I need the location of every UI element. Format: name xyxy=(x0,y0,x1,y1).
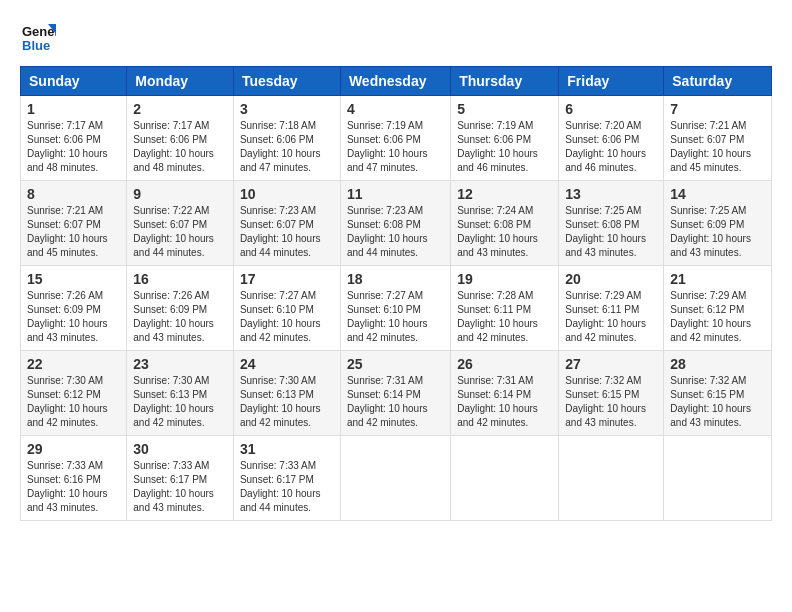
day-info: Sunrise: 7:26 AM Sunset: 6:09 PM Dayligh… xyxy=(27,289,120,345)
day-number: 21 xyxy=(670,271,765,287)
day-info: Sunrise: 7:21 AM Sunset: 6:07 PM Dayligh… xyxy=(27,204,120,260)
calendar-cell: 27Sunrise: 7:32 AM Sunset: 6:15 PM Dayli… xyxy=(559,351,664,436)
calendar-header-saturday: Saturday xyxy=(664,67,772,96)
day-number: 9 xyxy=(133,186,227,202)
day-number: 17 xyxy=(240,271,334,287)
day-info: Sunrise: 7:31 AM Sunset: 6:14 PM Dayligh… xyxy=(457,374,552,430)
day-info: Sunrise: 7:27 AM Sunset: 6:10 PM Dayligh… xyxy=(240,289,334,345)
day-number: 12 xyxy=(457,186,552,202)
logo: General Blue xyxy=(20,20,60,56)
calendar-cell: 18Sunrise: 7:27 AM Sunset: 6:10 PM Dayli… xyxy=(340,266,450,351)
day-number: 24 xyxy=(240,356,334,372)
page-header: General Blue xyxy=(20,20,772,56)
calendar-cell: 11Sunrise: 7:23 AM Sunset: 6:08 PM Dayli… xyxy=(340,181,450,266)
calendar-cell: 5Sunrise: 7:19 AM Sunset: 6:06 PM Daylig… xyxy=(451,96,559,181)
day-info: Sunrise: 7:22 AM Sunset: 6:07 PM Dayligh… xyxy=(133,204,227,260)
day-info: Sunrise: 7:32 AM Sunset: 6:15 PM Dayligh… xyxy=(670,374,765,430)
day-number: 20 xyxy=(565,271,657,287)
day-number: 7 xyxy=(670,101,765,117)
day-info: Sunrise: 7:17 AM Sunset: 6:06 PM Dayligh… xyxy=(27,119,120,175)
calendar-table: SundayMondayTuesdayWednesdayThursdayFrid… xyxy=(20,66,772,521)
day-info: Sunrise: 7:29 AM Sunset: 6:11 PM Dayligh… xyxy=(565,289,657,345)
svg-text:Blue: Blue xyxy=(22,38,50,53)
day-info: Sunrise: 7:24 AM Sunset: 6:08 PM Dayligh… xyxy=(457,204,552,260)
day-number: 3 xyxy=(240,101,334,117)
day-number: 23 xyxy=(133,356,227,372)
calendar-week-row: 8Sunrise: 7:21 AM Sunset: 6:07 PM Daylig… xyxy=(21,181,772,266)
day-number: 16 xyxy=(133,271,227,287)
calendar-cell: 31Sunrise: 7:33 AM Sunset: 6:17 PM Dayli… xyxy=(233,436,340,521)
day-info: Sunrise: 7:33 AM Sunset: 6:17 PM Dayligh… xyxy=(133,459,227,515)
calendar-cell: 7Sunrise: 7:21 AM Sunset: 6:07 PM Daylig… xyxy=(664,96,772,181)
day-number: 10 xyxy=(240,186,334,202)
day-number: 31 xyxy=(240,441,334,457)
day-info: Sunrise: 7:21 AM Sunset: 6:07 PM Dayligh… xyxy=(670,119,765,175)
day-info: Sunrise: 7:17 AM Sunset: 6:06 PM Dayligh… xyxy=(133,119,227,175)
calendar-header-monday: Monday xyxy=(127,67,234,96)
day-info: Sunrise: 7:25 AM Sunset: 6:09 PM Dayligh… xyxy=(670,204,765,260)
day-number: 5 xyxy=(457,101,552,117)
day-info: Sunrise: 7:19 AM Sunset: 6:06 PM Dayligh… xyxy=(457,119,552,175)
day-number: 11 xyxy=(347,186,444,202)
calendar-cell: 23Sunrise: 7:30 AM Sunset: 6:13 PM Dayli… xyxy=(127,351,234,436)
calendar-cell: 26Sunrise: 7:31 AM Sunset: 6:14 PM Dayli… xyxy=(451,351,559,436)
calendar-cell: 17Sunrise: 7:27 AM Sunset: 6:10 PM Dayli… xyxy=(233,266,340,351)
day-info: Sunrise: 7:19 AM Sunset: 6:06 PM Dayligh… xyxy=(347,119,444,175)
calendar-header-sunday: Sunday xyxy=(21,67,127,96)
calendar-week-row: 15Sunrise: 7:26 AM Sunset: 6:09 PM Dayli… xyxy=(21,266,772,351)
day-number: 1 xyxy=(27,101,120,117)
day-info: Sunrise: 7:31 AM Sunset: 6:14 PM Dayligh… xyxy=(347,374,444,430)
day-info: Sunrise: 7:33 AM Sunset: 6:17 PM Dayligh… xyxy=(240,459,334,515)
day-number: 25 xyxy=(347,356,444,372)
calendar-cell: 28Sunrise: 7:32 AM Sunset: 6:15 PM Dayli… xyxy=(664,351,772,436)
calendar-cell: 20Sunrise: 7:29 AM Sunset: 6:11 PM Dayli… xyxy=(559,266,664,351)
calendar-cell: 10Sunrise: 7:23 AM Sunset: 6:07 PM Dayli… xyxy=(233,181,340,266)
calendar-cell: 21Sunrise: 7:29 AM Sunset: 6:12 PM Dayli… xyxy=(664,266,772,351)
day-info: Sunrise: 7:23 AM Sunset: 6:08 PM Dayligh… xyxy=(347,204,444,260)
calendar-header-tuesday: Tuesday xyxy=(233,67,340,96)
day-info: Sunrise: 7:32 AM Sunset: 6:15 PM Dayligh… xyxy=(565,374,657,430)
calendar-cell: 6Sunrise: 7:20 AM Sunset: 6:06 PM Daylig… xyxy=(559,96,664,181)
day-info: Sunrise: 7:30 AM Sunset: 6:13 PM Dayligh… xyxy=(133,374,227,430)
logo-icon: General Blue xyxy=(20,20,56,56)
calendar-cell: 9Sunrise: 7:22 AM Sunset: 6:07 PM Daylig… xyxy=(127,181,234,266)
calendar-header-row: SundayMondayTuesdayWednesdayThursdayFrid… xyxy=(21,67,772,96)
calendar-cell: 3Sunrise: 7:18 AM Sunset: 6:06 PM Daylig… xyxy=(233,96,340,181)
day-number: 30 xyxy=(133,441,227,457)
day-number: 29 xyxy=(27,441,120,457)
day-number: 18 xyxy=(347,271,444,287)
calendar-cell: 29Sunrise: 7:33 AM Sunset: 6:16 PM Dayli… xyxy=(21,436,127,521)
calendar-cell xyxy=(559,436,664,521)
calendar-cell: 8Sunrise: 7:21 AM Sunset: 6:07 PM Daylig… xyxy=(21,181,127,266)
calendar-cell: 24Sunrise: 7:30 AM Sunset: 6:13 PM Dayli… xyxy=(233,351,340,436)
day-number: 13 xyxy=(565,186,657,202)
calendar-week-row: 29Sunrise: 7:33 AM Sunset: 6:16 PM Dayli… xyxy=(21,436,772,521)
day-info: Sunrise: 7:29 AM Sunset: 6:12 PM Dayligh… xyxy=(670,289,765,345)
calendar-cell xyxy=(451,436,559,521)
calendar-cell: 25Sunrise: 7:31 AM Sunset: 6:14 PM Dayli… xyxy=(340,351,450,436)
calendar-header-friday: Friday xyxy=(559,67,664,96)
day-number: 28 xyxy=(670,356,765,372)
calendar-cell xyxy=(340,436,450,521)
day-info: Sunrise: 7:28 AM Sunset: 6:11 PM Dayligh… xyxy=(457,289,552,345)
day-number: 15 xyxy=(27,271,120,287)
calendar-cell: 15Sunrise: 7:26 AM Sunset: 6:09 PM Dayli… xyxy=(21,266,127,351)
day-number: 6 xyxy=(565,101,657,117)
day-number: 19 xyxy=(457,271,552,287)
calendar-cell: 2Sunrise: 7:17 AM Sunset: 6:06 PM Daylig… xyxy=(127,96,234,181)
calendar-cell: 1Sunrise: 7:17 AM Sunset: 6:06 PM Daylig… xyxy=(21,96,127,181)
day-info: Sunrise: 7:23 AM Sunset: 6:07 PM Dayligh… xyxy=(240,204,334,260)
day-info: Sunrise: 7:18 AM Sunset: 6:06 PM Dayligh… xyxy=(240,119,334,175)
day-info: Sunrise: 7:20 AM Sunset: 6:06 PM Dayligh… xyxy=(565,119,657,175)
calendar-cell: 14Sunrise: 7:25 AM Sunset: 6:09 PM Dayli… xyxy=(664,181,772,266)
day-info: Sunrise: 7:30 AM Sunset: 6:13 PM Dayligh… xyxy=(240,374,334,430)
calendar-cell: 12Sunrise: 7:24 AM Sunset: 6:08 PM Dayli… xyxy=(451,181,559,266)
calendar-week-row: 1Sunrise: 7:17 AM Sunset: 6:06 PM Daylig… xyxy=(21,96,772,181)
day-info: Sunrise: 7:30 AM Sunset: 6:12 PM Dayligh… xyxy=(27,374,120,430)
day-number: 4 xyxy=(347,101,444,117)
day-info: Sunrise: 7:26 AM Sunset: 6:09 PM Dayligh… xyxy=(133,289,227,345)
calendar-cell: 4Sunrise: 7:19 AM Sunset: 6:06 PM Daylig… xyxy=(340,96,450,181)
calendar-cell: 30Sunrise: 7:33 AM Sunset: 6:17 PM Dayli… xyxy=(127,436,234,521)
day-number: 8 xyxy=(27,186,120,202)
day-number: 26 xyxy=(457,356,552,372)
